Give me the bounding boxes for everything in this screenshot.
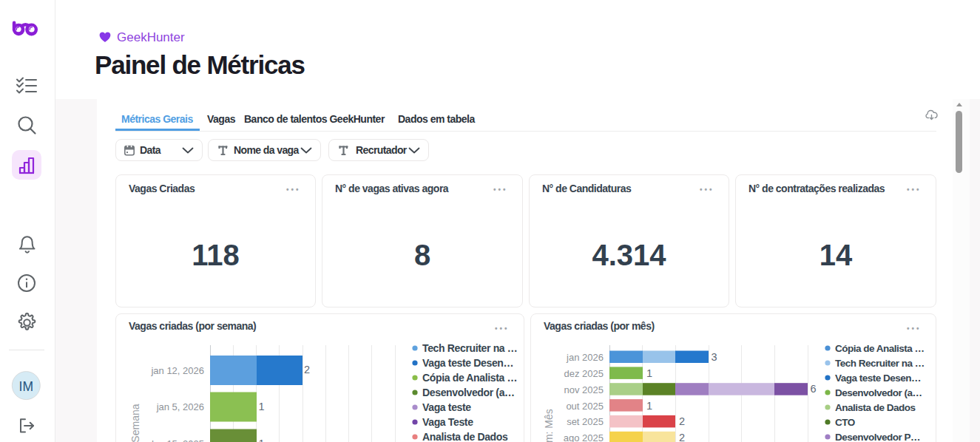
svg-text:jan 12, 2026: jan 12, 2026 (150, 365, 204, 376)
svg-text:set 2025: set 2025 (567, 416, 604, 427)
svg-text:Desenvolvedor (a…: Desenvolvedor (a… (835, 387, 922, 398)
svg-text:1: 1 (646, 400, 652, 412)
svg-text:6: 6 (811, 383, 817, 395)
svg-text:Tech Recruiter na …: Tech Recruiter na … (835, 358, 925, 369)
svg-text:Cópia de Analista …: Cópia de Analista … (835, 343, 925, 354)
svg-text:Analista de Dados: Analista de Dados (835, 402, 916, 413)
svg-text:ago 2025: ago 2025 (564, 432, 604, 442)
svg-text:Cópia de Analista …: Cópia de Analista … (422, 372, 517, 384)
svg-text:dez 15, 2025: dez 15, 2025 (149, 438, 204, 442)
svg-text:2: 2 (679, 415, 685, 427)
svg-text:1: 1 (646, 367, 652, 379)
svg-text:Tech Recruiter na …: Tech Recruiter na … (422, 342, 517, 354)
svg-text:Vaga teste Desen…: Vaga teste Desen… (422, 357, 513, 369)
svg-text:2: 2 (679, 432, 685, 442)
svg-text:dez 2025: dez 2025 (564, 368, 604, 379)
svg-text:2: 2 (304, 364, 310, 375)
svg-text:CTO: CTO (835, 417, 855, 428)
svg-text:IM: IM (19, 379, 33, 394)
svg-text:Criada em: Mês: Criada em: Mês (543, 409, 555, 442)
svg-text:Desenvolvedor (a…: Desenvolvedor (a… (422, 387, 515, 398)
svg-text:Vaga Teste: Vaga Teste (422, 416, 473, 428)
svg-text:Criada em: Semana: Criada em: Semana (129, 404, 141, 442)
svg-text:Analista de Dados: Analista de Dados (422, 431, 508, 442)
svg-text:1: 1 (259, 438, 265, 442)
svg-text:jan 2026: jan 2026 (566, 352, 604, 363)
svg-text:Vaga teste Desen…: Vaga teste Desen… (835, 373, 921, 384)
svg-text:jan 5, 2026: jan 5, 2026 (156, 401, 204, 412)
svg-text:Vaga teste: Vaga teste (422, 401, 471, 413)
svg-text:out 2025: out 2025 (566, 401, 604, 412)
svg-text:3: 3 (712, 351, 717, 363)
svg-text:nov 2025: nov 2025 (564, 384, 604, 395)
svg-text:Desenvolvedor P…: Desenvolvedor P… (835, 432, 920, 442)
svg-text:1: 1 (259, 401, 265, 412)
